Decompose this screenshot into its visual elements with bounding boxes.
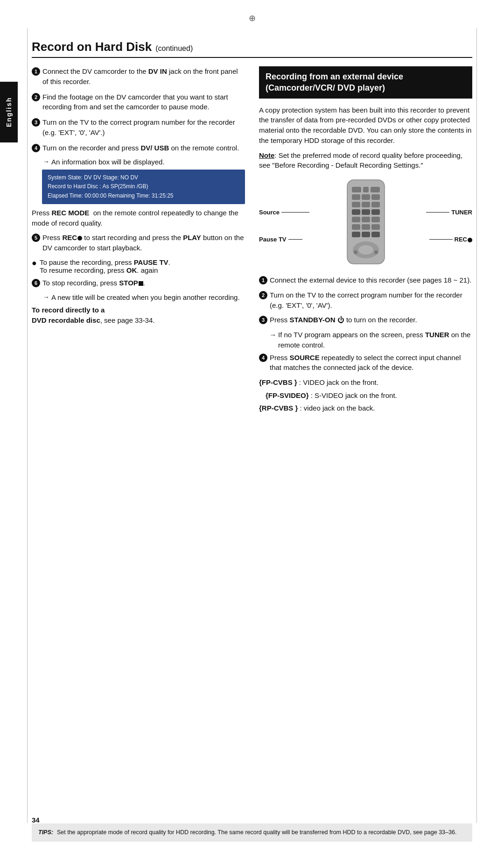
rec-line — [429, 239, 453, 240]
r-step-1-number: 1 — [259, 276, 267, 284]
tips-box: TIPS: Set the appropriate mode of record… — [32, 823, 472, 842]
curly-item-2: {FP-SVIDEO} : S-VIDEO jack on the front. — [266, 390, 472, 401]
tuner-label-area: TUNER — [426, 209, 472, 216]
svg-point-23 — [358, 245, 373, 255]
r-step-4-text: Press SOURCE repeatedly to select the co… — [270, 353, 472, 373]
info-box: System State: DV DV Stage: NO DV Record … — [42, 170, 245, 204]
svg-point-25 — [374, 250, 378, 254]
step-4: 4 Turn on the recorder and press DV/ USB… — [32, 143, 245, 153]
info-box-line1: System State: DV DV Stage: NO DV — [48, 173, 239, 182]
r-step-3-text: Press STANDBY-ON ⏻ to turn on the record… — [270, 315, 472, 325]
svg-rect-19 — [352, 232, 360, 237]
r-arrow-icon-1: → — [269, 330, 276, 340]
info-box-line2: Record to Hard Disc : As SP(25min /GB) — [48, 182, 239, 191]
curly-label-3: {RP-CVBS } — [259, 404, 298, 412]
to-record-label: To record directly to a — [32, 306, 105, 314]
step-1: 1 Connect the DV camcorder to the DV IN … — [32, 66, 245, 87]
margin-line-left — [27, 28, 28, 823]
svg-rect-10 — [352, 209, 360, 215]
r-step-3-arrow-text: If no TV program appears on the screen, … — [278, 330, 472, 350]
svg-rect-13 — [352, 217, 360, 222]
two-column-layout: 1 Connect the DV camcorder to the DV IN … — [32, 66, 472, 416]
pause-tv-label: Pause TV — [259, 236, 287, 243]
info-box-line3: Elapsed Time: 00:00:00 Remaining Time: 3… — [48, 191, 239, 200]
step-1-number: 1 — [32, 67, 40, 76]
step-6-text: To stop recording, press STOP. — [42, 278, 245, 288]
svg-rect-1 — [352, 187, 361, 192]
tuner-line — [426, 212, 449, 213]
intro-paragraph: A copy protection system has been built … — [259, 105, 472, 146]
arrow-icon-2: → — [43, 293, 49, 301]
curly-label-2: {FP-SVIDEO} — [266, 391, 309, 399]
left-column: 1 Connect the DV camcorder to the DV IN … — [32, 66, 245, 416]
curly-item-1: {FP-CVBS } : VIDEO jack on the front. — [259, 377, 472, 388]
pause-tv-label-area: Pause TV — [259, 236, 302, 243]
svg-rect-3 — [371, 187, 380, 192]
to-record-section: To record directly to a DVD recordable d… — [32, 305, 245, 326]
source-line — [281, 212, 309, 213]
step-5-text: Press REC to start recording and press t… — [42, 233, 245, 253]
curly-item-3: {RP-CVBS } : video jack on the back. — [259, 403, 472, 414]
curly-text-3: : video jack on the back. — [300, 404, 375, 412]
step-1-text: Connect the DV camcorder to the DV IN ja… — [42, 66, 245, 87]
r-step-2-number: 2 — [259, 291, 267, 299]
step-2-text: Find the footage on the DV camcorder tha… — [42, 92, 245, 113]
svg-rect-7 — [352, 202, 360, 207]
step-6-number: 6 — [32, 279, 40, 287]
r-step-1-text: Connect the external device to this reco… — [270, 275, 472, 285]
dot-icon: ● — [32, 258, 37, 269]
step-2: 2 Find the footage on the DV camcorder t… — [32, 92, 245, 113]
svg-rect-6 — [371, 194, 380, 200]
step-3-text: Turn on the TV to the correct program nu… — [42, 117, 245, 138]
svg-rect-12 — [371, 209, 380, 215]
step-6-arrow: → A new title will be created when you b… — [43, 293, 245, 301]
rec-label-area: REC — [429, 236, 472, 243]
step-5: 5 Press REC to start recording and press… — [32, 233, 245, 253]
note-content: : Set the preferred mode of record quali… — [259, 151, 462, 170]
svg-rect-4 — [352, 194, 360, 200]
r-step-3-arrow: → If no TV program appears on the screen… — [269, 330, 472, 350]
r-step-4-number: 4 — [259, 354, 267, 362]
dvd-disc-label: DVD recordable disc — [32, 316, 100, 324]
pause-bullet-text: To pause the recording, press PAUSE TV. … — [40, 258, 170, 274]
source-label: Source — [259, 209, 280, 216]
main-content: Record on Hard Disk (continued) 1 Connec… — [32, 40, 472, 814]
registration-mark-top: ⊕ — [249, 13, 256, 23]
step-3: 3 Turn on the TV to the correct program … — [32, 117, 245, 138]
section-heading: Recording from an external device (Camco… — [259, 66, 472, 99]
pause-bullet: ● To pause the recording, press PAUSE TV… — [32, 258, 245, 274]
step-4-text: Turn on the recorder and press DV/ USB o… — [42, 143, 245, 153]
svg-rect-9 — [371, 202, 380, 207]
arrow-icon: → — [43, 158, 49, 165]
step-5-number: 5 — [32, 234, 40, 242]
r-step-2: 2 Turn on the TV to the correct program … — [259, 290, 472, 311]
r-step-3: 3 Press STANDBY-ON ⏻ to turn on the reco… — [259, 315, 472, 325]
svg-rect-2 — [363, 187, 369, 192]
r-step-2-text: Turn on the TV to the correct program nu… — [270, 290, 472, 311]
remote-diagram: Source Pause TV TUNER — [259, 175, 472, 269]
step-3-number: 3 — [32, 118, 40, 127]
r-step-4: 4 Press SOURCE repeatedly to select the … — [259, 353, 472, 373]
note-label: Note — [259, 151, 274, 159]
step-4-number: 4 — [32, 144, 40, 152]
page-title-continued: (continued) — [155, 44, 193, 53]
svg-rect-14 — [362, 217, 370, 222]
page: ⊕ ⊕ English Record on Hard Disk (continu… — [0, 0, 504, 851]
step-4-arrow: → An information box will be displayed. — [43, 158, 245, 166]
tips-label: TIPS: — [38, 828, 53, 837]
svg-rect-18 — [371, 224, 380, 230]
svg-rect-20 — [362, 232, 370, 237]
curly-label-1: {FP-CVBS } — [259, 378, 297, 386]
page-title-text: Record on Hard Disk — [32, 40, 152, 54]
rec-label: REC — [455, 236, 472, 243]
svg-point-24 — [354, 250, 357, 254]
step-2-number: 2 — [32, 93, 40, 101]
step-6-arrow-text: A new title will be created when you beg… — [51, 293, 240, 301]
step-4-arrow-text: An information box will be displayed. — [51, 158, 165, 166]
step-6: 6 To stop recording, press STOP. — [32, 278, 245, 288]
tips-text: Set the appropriate mode of record quali… — [57, 828, 456, 837]
svg-rect-5 — [362, 194, 370, 200]
page-title: Record on Hard Disk (continued) — [32, 40, 472, 58]
svg-rect-11 — [362, 209, 370, 215]
language-tab: English — [0, 82, 18, 142]
